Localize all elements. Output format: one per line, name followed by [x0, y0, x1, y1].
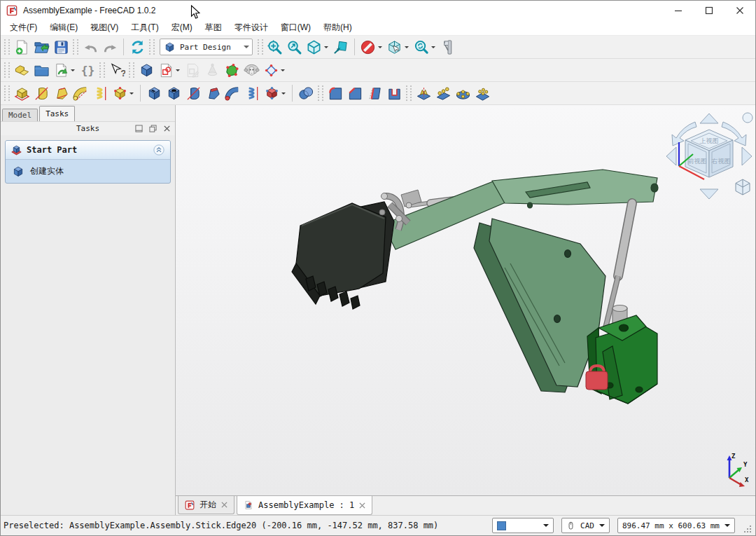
- toolbar-handle[interactable]: [129, 62, 134, 78]
- toolbar-handle[interactable]: [73, 39, 78, 55]
- subtractive-loft-button[interactable]: [203, 83, 223, 103]
- align-to-selection-button[interactable]: [331, 37, 351, 57]
- fillet-button[interactable]: [326, 83, 345, 103]
- subtractive-primitive-button[interactable]: [262, 83, 281, 103]
- subtractive-helix-button[interactable]: [242, 83, 262, 103]
- toolbar-handle[interactable]: [99, 62, 105, 78]
- maximize-button[interactable]: [694, 1, 724, 20]
- measure-button[interactable]: [438, 37, 458, 57]
- pocket-button[interactable]: [144, 83, 164, 103]
- dropdown-arrow-icon[interactable]: [130, 92, 134, 97]
- navcube-arrow-left[interactable]: [666, 147, 676, 165]
- panel-close-button[interactable]: [162, 124, 172, 133]
- section-collapse-button[interactable]: [153, 144, 165, 156]
- navcube-arrow-right[interactable]: [742, 147, 752, 165]
- navigation-cube[interactable]: 上视图 前视图 右视图: [664, 111, 754, 201]
- additive-primitive-button[interactable]: [110, 83, 130, 103]
- additive-pipe-button[interactable]: [71, 83, 90, 103]
- tab-close-button[interactable]: [359, 502, 365, 509]
- mdi-tab-document[interactable]: AssemblyExample : 1: [237, 496, 372, 515]
- linear-pattern-button[interactable]: [433, 83, 453, 103]
- dropdown-arrow-icon[interactable]: [281, 92, 286, 97]
- subtractive-pipe-button[interactable]: [223, 83, 242, 103]
- panel-float-button[interactable]: [148, 124, 158, 133]
- dropdown-arrow-icon[interactable]: [71, 69, 75, 74]
- dropdown-arrow-icon[interactable]: [324, 46, 328, 50]
- viewport-dimensions-selector[interactable]: 896.47 mm x 600.63 mm: [617, 518, 735, 533]
- polar-pattern-button[interactable]: [453, 83, 472, 103]
- fit-selection-button[interactable]: [285, 37, 304, 57]
- create-body-button[interactable]: [136, 60, 156, 80]
- menu-item-help[interactable]: 帮助(H): [317, 20, 358, 36]
- 3d-viewport[interactable]: 上视图 前视图 右视图: [176, 105, 755, 495]
- minimize-button[interactable]: [663, 1, 694, 20]
- navcube-cube[interactable]: 上视图 前视图 右视图: [685, 130, 733, 177]
- make-link-button[interactable]: [51, 60, 71, 80]
- panel-minimize-button[interactable]: [134, 124, 144, 133]
- groove-button[interactable]: [183, 83, 203, 103]
- navcube-arrow-down[interactable]: [700, 189, 718, 199]
- menu-item-file[interactable]: 文件(F): [4, 20, 43, 36]
- dropdown-arrow-icon[interactable]: [405, 46, 409, 50]
- create-body-task-button[interactable]: 创建实体: [6, 160, 170, 183]
- dock-tab-tasks[interactable]: Tasks: [39, 106, 75, 121]
- open-document-button[interactable]: [31, 37, 51, 57]
- create-sketch-button[interactable]: [156, 60, 176, 80]
- dropdown-arrow-icon[interactable]: [724, 524, 730, 530]
- draw-style-button[interactable]: [358, 37, 378, 57]
- resize-grip[interactable]: [743, 525, 752, 534]
- fit-all-button[interactable]: [265, 37, 285, 57]
- boolean-button[interactable]: [296, 83, 316, 103]
- revolution-button[interactable]: [31, 83, 51, 103]
- menu-item-macro[interactable]: 宏(M): [165, 20, 199, 36]
- view-style-selector[interactable]: [492, 518, 554, 533]
- bucket[interactable]: [292, 202, 394, 309]
- dropdown-arrow-icon[interactable]: [543, 524, 549, 530]
- dock-tab-model[interactable]: Model: [2, 109, 38, 121]
- mirrored-button[interactable]: [414, 83, 433, 103]
- boom-plate[interactable]: [474, 219, 606, 392]
- task-section-header[interactable]: Start Part: [6, 141, 170, 160]
- sync-view-button[interactable]: [412, 37, 431, 57]
- dropdown-arrow-icon[interactable]: [241, 39, 252, 55]
- navcube-mini-cube-button[interactable]: [736, 179, 750, 195]
- menu-item-tools[interactable]: 工具(T): [125, 20, 164, 36]
- dropdown-arrow-icon[interactable]: [599, 524, 605, 530]
- dropdown-arrow-icon[interactable]: [281, 69, 285, 74]
- chamfer-button[interactable]: [345, 83, 365, 103]
- toolbar-handle[interactable]: [406, 85, 412, 101]
- toolbar-handle[interactable]: [149, 39, 155, 55]
- navcube-arrow-up[interactable]: [700, 114, 718, 123]
- toolbar-handle[interactable]: [4, 85, 10, 101]
- navcube-right-label[interactable]: 右视图: [711, 158, 731, 165]
- pad-button[interactable]: [12, 83, 31, 103]
- menu-item-view[interactable]: 视图(V): [84, 20, 125, 36]
- save-document-button[interactable]: [51, 37, 71, 57]
- validate-sketch-button[interactable]: [222, 60, 241, 80]
- undo-button[interactable]: [80, 37, 100, 57]
- menu-item-edit[interactable]: 编辑(E): [43, 20, 84, 36]
- navcube-top-label[interactable]: 上视图: [700, 137, 719, 144]
- tab-close-button[interactable]: [221, 502, 227, 508]
- new-document-button[interactable]: [12, 37, 31, 57]
- dropdown-arrow-icon[interactable]: [431, 46, 435, 50]
- dropdown-arrow-icon[interactable]: [176, 69, 180, 74]
- toolbar-handle[interactable]: [4, 39, 10, 55]
- additive-loft-button[interactable]: [51, 83, 71, 103]
- close-button[interactable]: [724, 1, 755, 20]
- toolbar-handle[interactable]: [318, 85, 323, 101]
- expression-varset-button[interactable]: {}: [78, 60, 97, 80]
- axonometric-view-button[interactable]: [304, 37, 324, 57]
- navcube-front-label[interactable]: 前视图: [688, 158, 707, 165]
- workbench-selector[interactable]: Part Design: [160, 39, 253, 55]
- mdi-tab-start[interactable]: 开始: [178, 496, 234, 514]
- dropdown-arrow-icon[interactable]: [378, 46, 382, 50]
- menu-item-window[interactable]: 窗口(W): [274, 20, 317, 36]
- navcube-circle-button[interactable]: [743, 113, 752, 123]
- toolbar-handle[interactable]: [4, 62, 10, 78]
- menu-item-partdesign[interactable]: 零件设计: [228, 20, 274, 36]
- refresh-button[interactable]: [127, 37, 147, 57]
- shape-binder-button[interactable]: [241, 60, 261, 80]
- multitransform-button[interactable]: [472, 83, 492, 103]
- box-element-selection-button[interactable]: [385, 37, 405, 57]
